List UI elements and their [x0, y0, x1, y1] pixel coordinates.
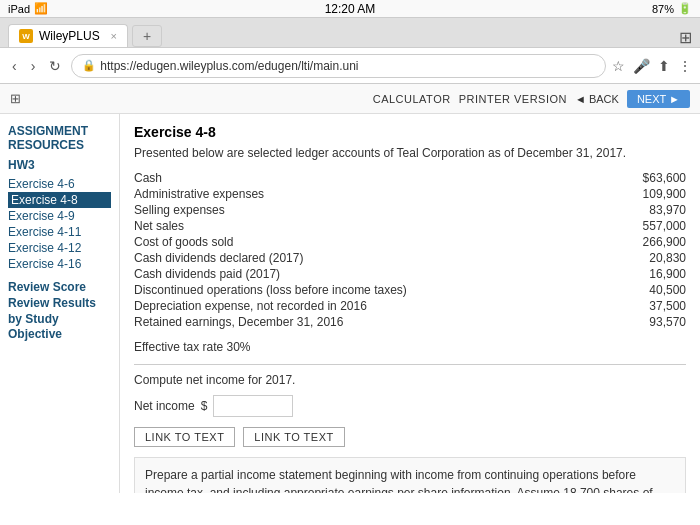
content-area: Exercise 4-8 Presented below are selecte…	[120, 114, 700, 493]
link-to-text-button-2[interactable]: LINK TO TEXT	[243, 427, 344, 447]
hw3-label: HW3	[8, 158, 111, 172]
nav-bar: ‹ › ↻ 🔒 https://edugen.wileyplus.com/edu…	[0, 48, 700, 84]
ledger-label-3: Net sales	[134, 219, 184, 233]
ledger-amount-1: 109,900	[606, 187, 686, 201]
tab-actions: ⊞	[679, 28, 692, 47]
compute-section: Compute net income for 2017. Net income …	[134, 373, 686, 447]
tab-favicon: W	[19, 29, 33, 43]
sidebar: ASSIGNMENT RESOURCES HW3 Exercise 4-6 Ex…	[0, 114, 120, 493]
ledger-label-8: Depreciation expense, not recorded in 20…	[134, 299, 367, 313]
exercise-title: Exercise 4-8	[134, 124, 686, 140]
tax-rate-text: Effective tax rate 30%	[134, 340, 686, 354]
table-row: Administrative expenses 109,900	[134, 186, 686, 202]
link-to-text-button-1[interactable]: LINK TO TEXT	[134, 427, 235, 447]
ledger-amount-8: 37,500	[606, 299, 686, 313]
ledger-label-7: Discontinued operations (loss before inc…	[134, 283, 407, 297]
more-icon[interactable]: ⋮	[678, 58, 692, 74]
sidebar-item-exercise46[interactable]: Exercise 4-6	[8, 176, 111, 192]
table-row: Cash dividends paid (2017) 16,900	[134, 266, 686, 282]
tab-title: WileyPLUS	[39, 29, 100, 43]
sidebar-item-exercise411[interactable]: Exercise 4-11	[8, 224, 111, 240]
currency-symbol: $	[201, 399, 208, 413]
lock-icon: 🔒	[82, 59, 96, 72]
grid-icon[interactable]: ⊞	[679, 28, 692, 47]
exercise-description: Presented below are selected ledger acco…	[134, 146, 686, 160]
battery-label: 87%	[652, 3, 674, 15]
ledger-label-1: Administrative expenses	[134, 187, 264, 201]
forward-button[interactable]: ›	[27, 56, 40, 76]
calculator-button[interactable]: CALCULATOR	[373, 93, 451, 105]
reload-button[interactable]: ↻	[45, 56, 65, 76]
wifi-icon: 📶	[34, 2, 48, 15]
table-row: Cost of goods sold 266,900	[134, 234, 686, 250]
review-score-link[interactable]: Review Score	[8, 280, 111, 294]
main-layout: ASSIGNMENT RESOURCES HW3 Exercise 4-6 Ex…	[0, 114, 700, 493]
ledger-amount-9: 93,570	[606, 315, 686, 329]
prepare-section: Prepare a partial income statement begin…	[134, 457, 686, 493]
assignment-resources-title: ASSIGNMENT RESOURCES	[8, 124, 111, 152]
table-row: Net sales 557,000	[134, 218, 686, 234]
ledger-amount-0: $63,600	[606, 171, 686, 185]
compute-label: Compute net income for 2017.	[134, 373, 686, 387]
review-results-link[interactable]: Review Results by Study Objective	[8, 296, 111, 343]
ledger-amount-4: 266,900	[606, 235, 686, 249]
ledger-amount-3: 557,000	[606, 219, 686, 233]
ledger-label-2: Selling expenses	[134, 203, 225, 217]
toolbar: ⊞ CALCULATOR PRINTER VERSION ◄ BACK NEXT…	[0, 84, 700, 114]
battery-icon: 🔋	[678, 2, 692, 15]
sidebar-item-exercise48[interactable]: Exercise 4-8	[8, 192, 111, 208]
ledger-label-0: Cash	[134, 171, 162, 185]
back-button[interactable]: ‹	[8, 56, 21, 76]
table-row: Selling expenses 83,970	[134, 202, 686, 218]
ledger-amount-6: 16,900	[606, 267, 686, 281]
net-income-label: Net income	[134, 399, 195, 413]
new-tab-button[interactable]: +	[132, 25, 162, 47]
sidebar-item-exercise49[interactable]: Exercise 4-9	[8, 208, 111, 224]
time-display: 12:20 AM	[325, 2, 376, 16]
share-icon[interactable]: ⬆	[658, 58, 670, 74]
divider	[134, 364, 686, 365]
ledger-amount-5: 20,830	[606, 251, 686, 265]
ledger-table: Cash $63,600 Administrative expenses 109…	[134, 170, 686, 330]
prepare-text: Prepare a partial income statement begin…	[145, 468, 653, 493]
back-nav-button[interactable]: ◄ BACK	[575, 93, 619, 105]
link-buttons: LINK TO TEXT LINK TO TEXT	[134, 427, 686, 447]
sidebar-item-exercise416[interactable]: Exercise 4-16	[8, 256, 111, 272]
table-row: Retained earnings, December 31, 2016 93,…	[134, 314, 686, 330]
table-row: Cash $63,600	[134, 170, 686, 186]
ledger-label-6: Cash dividends paid (2017)	[134, 267, 280, 281]
table-row: Discontinued operations (loss before inc…	[134, 282, 686, 298]
ledger-label-9: Retained earnings, December 31, 2016	[134, 315, 343, 329]
ledger-amount-2: 83,970	[606, 203, 686, 217]
url-bar[interactable]: 🔒 https://edugen.wileyplus.com/edugen/lt…	[71, 54, 606, 78]
net-income-row: Net income $	[134, 395, 686, 417]
tab-bar: W WileyPLUS × + ⊞	[0, 18, 700, 48]
ledger-amount-7: 40,500	[606, 283, 686, 297]
device-label: iPad	[8, 3, 30, 15]
ledger-label-4: Cost of goods sold	[134, 235, 233, 249]
bookmark-icon[interactable]: ☆	[612, 58, 625, 74]
nav-actions: ☆ 🎤 ⬆ ⋮	[612, 58, 692, 74]
ledger-label-5: Cash dividends declared (2017)	[134, 251, 303, 265]
table-row: Cash dividends declared (2017) 20,830	[134, 250, 686, 266]
url-text: https://edugen.wileyplus.com/edugen/lti/…	[100, 59, 595, 73]
status-bar: iPad 📶 12:20 AM 87% 🔋	[0, 0, 700, 18]
printer-version-button[interactable]: PRINTER VERSION	[459, 93, 567, 105]
table-row: Depreciation expense, not recorded in 20…	[134, 298, 686, 314]
sidebar-item-exercise412[interactable]: Exercise 4-12	[8, 240, 111, 256]
expand-icon[interactable]: ⊞	[10, 91, 21, 106]
active-tab[interactable]: W WileyPLUS ×	[8, 24, 128, 47]
net-income-input[interactable]	[213, 395, 293, 417]
next-button[interactable]: NEXT ►	[627, 90, 690, 108]
close-tab-button[interactable]: ×	[111, 30, 117, 42]
microphone-icon[interactable]: 🎤	[633, 58, 650, 74]
